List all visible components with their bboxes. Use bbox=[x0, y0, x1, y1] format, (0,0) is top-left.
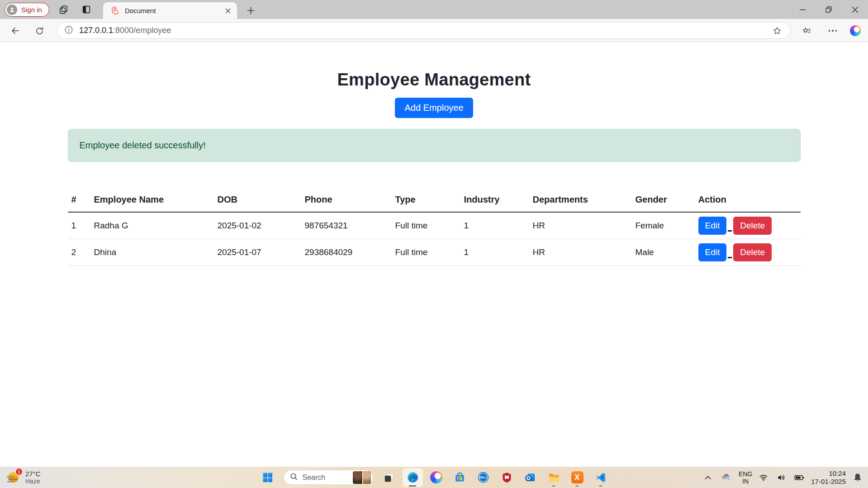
col-header-dob: DOB bbox=[214, 189, 301, 212]
cell-industry: 1 bbox=[460, 212, 529, 239]
outlook-icon[interactable] bbox=[520, 468, 541, 487]
taskbar-search-input[interactable]: Search bbox=[284, 470, 373, 485]
sign-in-label: Sign in bbox=[21, 6, 42, 14]
volume-icon[interactable] bbox=[775, 471, 787, 484]
page-title: Employee Management bbox=[0, 70, 868, 90]
laravel-favicon-icon bbox=[111, 5, 120, 16]
browser-tab-strip: Sign in Document bbox=[0, 0, 868, 19]
add-employee-button[interactable]: Add Employee bbox=[395, 98, 473, 118]
onedrive-icon[interactable] bbox=[719, 470, 734, 485]
copilot-taskbar-icon[interactable] bbox=[426, 468, 446, 487]
weather-temp: 27°C bbox=[25, 470, 41, 478]
cell-industry: 1 bbox=[460, 239, 529, 265]
tab-title: Document bbox=[125, 7, 217, 14]
window-controls bbox=[789, 0, 868, 19]
cell-gender: Male bbox=[632, 239, 695, 265]
file-explorer-icon[interactable] bbox=[544, 468, 564, 487]
cell-phone: 987654321 bbox=[301, 212, 392, 239]
hidden-icons-chevron-icon[interactable] bbox=[702, 472, 714, 483]
cell-name: Dhina bbox=[90, 239, 214, 265]
weather-widget[interactable]: 1 27°C Haze bbox=[5, 467, 41, 488]
success-alert: Employee deleted successfully! bbox=[68, 129, 801, 162]
underscore-artifact bbox=[728, 230, 732, 232]
site-info-icon[interactable] bbox=[64, 25, 73, 36]
windows-taskbar: 1 27°C Haze Search bbox=[0, 467, 868, 488]
cell-type: Full time bbox=[392, 212, 460, 239]
delete-button[interactable]: Delete bbox=[733, 243, 772, 261]
web-page: Employee Management Add Employee Employe… bbox=[0, 42, 868, 467]
copilot-icon[interactable] bbox=[847, 23, 864, 39]
refresh-icon[interactable] bbox=[32, 23, 47, 38]
cell-type: Full time bbox=[392, 239, 460, 265]
back-icon[interactable] bbox=[8, 23, 23, 38]
taskbar-center: Search bbox=[257, 467, 611, 488]
vscode-icon[interactable] bbox=[591, 468, 611, 487]
address-bar[interactable]: 127.0.0.1:8000/employee bbox=[57, 22, 791, 39]
tab-close-icon[interactable] bbox=[222, 5, 233, 16]
browser-toolbar: 127.0.0.1:8000/employee bbox=[0, 19, 868, 42]
cell-dob: 2025-01-02 bbox=[214, 212, 301, 239]
browser-tab-document[interactable]: Document bbox=[103, 2, 237, 19]
clock-date[interactable]: 10:24 17-01-2025 bbox=[811, 469, 846, 486]
workspaces-icon[interactable] bbox=[57, 3, 70, 16]
edit-button[interactable]: Edit bbox=[698, 243, 727, 261]
vertical-tabs-icon[interactable] bbox=[80, 3, 93, 16]
col-header-type: Type bbox=[392, 189, 460, 212]
mcafee-icon[interactable] bbox=[497, 468, 517, 487]
employee-table-wrap: # Employee Name DOB Phone Type Industry … bbox=[68, 189, 801, 266]
cell-gender: Female bbox=[632, 212, 695, 239]
cell-phone: 2938684029 bbox=[301, 239, 392, 265]
battery-icon[interactable] bbox=[792, 471, 806, 484]
system-tray: ENGIN 10:24 17-01-2025 bbox=[702, 467, 864, 488]
notification-bell-icon[interactable] bbox=[851, 471, 864, 484]
tray-date: 17-01-2025 bbox=[811, 478, 846, 486]
favorites-hub-icon[interactable] bbox=[798, 23, 815, 39]
restore-button[interactable] bbox=[816, 0, 842, 19]
search-icon bbox=[289, 472, 298, 483]
search-highlight-thumbnails[interactable] bbox=[353, 471, 371, 484]
col-header-industry: Industry bbox=[460, 189, 529, 212]
notification-badge: 1 bbox=[15, 468, 23, 476]
edge-icon[interactable] bbox=[403, 468, 423, 487]
col-header-action: Action bbox=[695, 189, 801, 212]
minimize-button[interactable] bbox=[789, 0, 816, 19]
col-header-num: # bbox=[68, 189, 90, 212]
wifi-icon[interactable] bbox=[757, 471, 770, 484]
sign-in-button[interactable]: Sign in bbox=[5, 3, 49, 17]
microsoft-store-icon[interactable] bbox=[450, 468, 470, 487]
col-header-departments: Departments bbox=[529, 189, 632, 212]
favorite-star-icon[interactable] bbox=[770, 24, 784, 38]
weather-condition: Haze bbox=[25, 478, 41, 485]
employee-table: # Employee Name DOB Phone Type Industry … bbox=[68, 189, 801, 266]
cell-num: 1 bbox=[68, 212, 90, 239]
task-view-icon[interactable] bbox=[379, 468, 399, 487]
cell-dob: 2025-01-07 bbox=[214, 239, 301, 265]
underscore-artifact bbox=[728, 257, 732, 258]
cell-name: Radha G bbox=[90, 212, 214, 239]
table-header-row: # Employee Name DOB Phone Type Industry … bbox=[68, 189, 801, 212]
table-row: 2 Dhina 2025-01-07 2938684029 Full time … bbox=[68, 239, 801, 265]
new-tab-button[interactable] bbox=[244, 4, 257, 17]
haze-weather-icon: 1 bbox=[5, 469, 21, 486]
col-header-name: Employee Name bbox=[90, 189, 214, 212]
start-button[interactable] bbox=[257, 468, 278, 487]
language-indicator[interactable]: ENGIN bbox=[739, 470, 752, 485]
col-header-gender: Gender bbox=[632, 189, 695, 212]
profile-avatar-icon bbox=[7, 5, 17, 15]
close-window-button[interactable] bbox=[842, 0, 868, 19]
tray-time: 10:24 bbox=[811, 469, 846, 478]
settings-more-icon[interactable] bbox=[824, 23, 841, 39]
cell-departments: HR bbox=[529, 212, 632, 239]
delete-button[interactable]: Delete bbox=[733, 217, 772, 235]
cell-num: 2 bbox=[68, 239, 90, 265]
dell-icon[interactable]: DELL bbox=[473, 468, 493, 487]
search-placeholder: Search bbox=[303, 474, 348, 482]
cell-departments: HR bbox=[529, 239, 632, 265]
svg-text:DELL: DELL bbox=[479, 476, 487, 479]
url-text: 127.0.0.1:8000/employee bbox=[79, 26, 171, 35]
xampp-icon[interactable]: X bbox=[567, 468, 588, 487]
table-row: 1 Radha G 2025-01-02 987654321 Full time… bbox=[68, 212, 801, 239]
col-header-phone: Phone bbox=[301, 189, 392, 212]
edit-button[interactable]: Edit bbox=[698, 217, 727, 235]
